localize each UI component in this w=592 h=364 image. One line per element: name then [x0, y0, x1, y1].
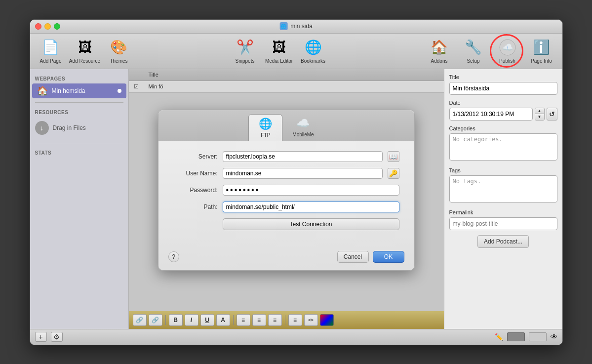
setup-icon: 🔧	[465, 39, 482, 56]
server-book-icon[interactable]: 📖	[388, 151, 399, 162]
svg-text:↑: ↑	[506, 45, 509, 50]
test-connection-row: Test Connection	[173, 218, 399, 230]
server-row: Server: 📖	[173, 151, 399, 162]
drag-icon: ↓	[35, 121, 49, 135]
toolbar-sep-1	[165, 315, 166, 325]
add-page-icon: 📄	[42, 39, 60, 56]
maximize-button[interactable]	[54, 23, 60, 30]
right-panel: Title Date ▲ ▼ ↺ Categories Tag	[444, 69, 562, 329]
page-info-icon: ℹ️	[533, 39, 551, 56]
test-connection-button[interactable]: Test Connection	[223, 218, 399, 230]
list-button[interactable]: ≡	[288, 314, 302, 326]
username-label: User Name:	[173, 170, 218, 177]
align-left-button[interactable]: ≡	[237, 314, 250, 326]
align-right-button[interactable]: ≡	[268, 314, 282, 326]
addons-button[interactable]: 🏠 Addons	[424, 36, 455, 66]
path-row: Path:	[173, 202, 399, 212]
sidebar: WEBPAGES 🏠 Min hemsida RESOURCES ↓ Drag …	[30, 69, 129, 329]
date-row: ▲ ▼ ↺	[449, 108, 557, 121]
password-row: Password:	[173, 185, 399, 196]
path-input[interactable]	[223, 202, 399, 212]
title-section: Title	[449, 74, 557, 95]
username-row: User Name: 🔑	[173, 168, 399, 179]
bookmarks-button[interactable]: 🌐 Bookmarks	[297, 36, 329, 66]
add-page-button[interactable]: 📄 Add Page	[35, 36, 67, 66]
page-info-button[interactable]: ℹ️ Page Info	[526, 36, 557, 66]
date-input[interactable]	[449, 108, 533, 121]
mobileme-tab[interactable]: ☁️ MobileMe	[282, 114, 323, 141]
unlink-button[interactable]: 🔗	[149, 314, 162, 326]
tags-textarea[interactable]	[449, 175, 557, 202]
drag-label: Drag in Files	[53, 124, 86, 131]
titlebar: 🌐 min sida	[30, 20, 562, 34]
username-key-icon[interactable]: 🔑	[388, 168, 399, 179]
publish-icon: ☁️ ↑	[499, 39, 516, 56]
username-input[interactable]	[223, 168, 383, 179]
footer-bar: + ⚙ ✏️ 👁	[30, 329, 562, 345]
password-label: Password:	[173, 187, 218, 194]
help-button[interactable]: ?	[168, 251, 179, 262]
traffic-lights	[35, 23, 60, 30]
sidebar-divider-1	[35, 102, 123, 103]
link-button[interactable]: 🔗	[133, 314, 147, 326]
main-area: WEBPAGES 🏠 Min hemsida RESOURCES ↓ Drag …	[30, 69, 562, 329]
underline-button[interactable]: U	[200, 314, 214, 326]
themes-icon: 🎨	[110, 39, 128, 56]
mobileme-icon: ☁️	[296, 117, 310, 130]
media-editor-button[interactable]: 🖼 Media Editor	[263, 36, 295, 66]
ftp-tab[interactable]: 🌐 FTP	[248, 114, 282, 141]
minimize-button[interactable]	[44, 23, 51, 30]
permalink-section: Permalink	[449, 209, 557, 230]
server-label: Server:	[173, 153, 218, 160]
refresh-button[interactable]: ↺	[547, 108, 557, 121]
add-podcast-button[interactable]: Add Podcast...	[477, 235, 529, 248]
permalink-input[interactable]	[449, 217, 557, 230]
title-input[interactable]	[449, 82, 557, 95]
toolbar-sep-3	[285, 315, 285, 325]
color-button[interactable]	[320, 314, 334, 326]
italic-button[interactable]: I	[185, 314, 198, 326]
font-size-button[interactable]: A	[216, 314, 230, 326]
pencil-icon[interactable]: ✏️	[495, 333, 503, 341]
add-resource-label: Add Resource	[69, 58, 100, 64]
add-page-footer-button[interactable]: +	[35, 332, 47, 342]
themes-button[interactable]: 🎨 Themes	[103, 36, 135, 66]
tags-section: Tags	[449, 167, 557, 204]
ok-button[interactable]: OK	[373, 251, 404, 263]
sidebar-item-min-hemsida[interactable]: 🏠 Min hemsida	[32, 83, 126, 98]
app-window: 🌐 min sida 📄 Add Page 🖼 Add Resource 🎨 T…	[30, 19, 563, 345]
publish-button[interactable]: ☁️ ↑ Publish	[492, 36, 523, 66]
modal-body: Server: 📖 User Name: 🔑 Password:	[158, 141, 414, 246]
eye-icon[interactable]: 👁	[551, 333, 557, 341]
modal-footer: ? Cancel OK	[158, 246, 414, 270]
date-field-label: Date	[449, 100, 557, 106]
add-resource-button[interactable]: 🖼 Add Resource	[69, 36, 101, 66]
snippets-icon: ✂️	[236, 39, 254, 56]
media-editor-label: Media Editor	[265, 58, 293, 64]
date-stepper[interactable]: ▲ ▼	[535, 108, 545, 121]
close-button[interactable]	[35, 23, 41, 30]
gear-footer-button[interactable]: ⚙	[51, 332, 63, 342]
setup-button[interactable]: 🔧 Setup	[458, 36, 489, 66]
bold-button[interactable]: B	[169, 314, 183, 326]
bookmarks-icon: 🌐	[304, 39, 322, 56]
password-input[interactable]	[223, 185, 399, 196]
window-title: 🌐 min sida	[279, 22, 313, 30]
snippets-label: Snippets	[236, 58, 255, 64]
html-button[interactable]: <>	[304, 314, 318, 326]
stepper-down[interactable]: ▼	[535, 114, 544, 120]
align-center-button[interactable]: ≡	[252, 314, 266, 326]
setup-label: Setup	[467, 58, 479, 64]
drag-in-files-area[interactable]: ↓ Drag in Files	[30, 117, 128, 139]
bookmarks-label: Bookmarks	[301, 58, 325, 64]
stepper-up[interactable]: ▲	[535, 108, 544, 115]
modal-action-buttons: Cancel OK	[337, 251, 404, 263]
server-input[interactable]	[223, 151, 383, 162]
active-dot	[118, 89, 121, 93]
snippets-button[interactable]: ✂️ Snippets	[229, 36, 261, 66]
addons-icon: 🏠	[431, 39, 448, 56]
tags-label: Tags	[449, 167, 557, 173]
path-label: Path:	[173, 203, 218, 210]
cancel-button[interactable]: Cancel	[337, 251, 369, 263]
categories-textarea[interactable]	[449, 133, 557, 161]
